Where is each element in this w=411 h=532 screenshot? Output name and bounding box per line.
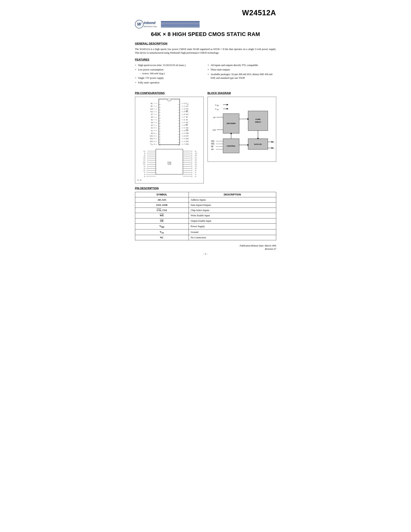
svg-text:A10: A10 bbox=[195, 153, 197, 154]
svg-text:·: · bbox=[220, 125, 221, 127]
svg-text:30: 30 bbox=[191, 155, 192, 156]
svg-text:10: 10 bbox=[146, 168, 148, 169]
table-row: OE Output Enable Input bbox=[135, 218, 276, 223]
pub-date: Publication Release Date: March 1999 bbox=[135, 244, 276, 247]
svg-text:A5: A5 bbox=[144, 176, 145, 177]
svg-text:IO8: IO8 bbox=[195, 155, 196, 156]
feature-item: Single +5V power supply bbox=[135, 76, 204, 80]
svg-text:12: 12 bbox=[146, 172, 148, 173]
pin-configurations: PIN CONFIGURATIONS bbox=[135, 88, 204, 183]
block-diagram: BLOCK DIAGRAM V DD V SS bbox=[207, 88, 276, 183]
svg-text:7: 7 bbox=[147, 162, 148, 163]
svg-text:A14: A14 bbox=[143, 164, 145, 165]
pin-desc: Address Inputs bbox=[188, 197, 276, 202]
svg-text:A0: A0 bbox=[195, 170, 196, 171]
block-diagram-title: BLOCK DIAGRAM bbox=[207, 91, 276, 95]
svg-text:26: 26 bbox=[191, 162, 192, 163]
svg-text:A15: A15 bbox=[143, 160, 145, 162]
pin-description: PIN DESCRIPTION SYMBOL DESCRIPTION A0–A1… bbox=[135, 187, 276, 240]
table-row: A0–A15 Address Inputs bbox=[135, 197, 276, 202]
svg-text:23: 23 bbox=[191, 168, 192, 169]
logo-area: W inbond Electronics Corp. bbox=[135, 20, 276, 28]
svg-text:WE: WE bbox=[211, 148, 214, 150]
svg-text:CS2: CS2 bbox=[211, 140, 214, 142]
features-col2: All inputs and outputs directly TTL comp… bbox=[207, 63, 276, 85]
svg-text:IO7: IO7 bbox=[195, 156, 196, 158]
pin-config-title: PIN CONFIGURATIONS bbox=[135, 91, 204, 95]
svg-text:CONTROL: CONTROL bbox=[227, 145, 236, 147]
model-number: W24512A bbox=[242, 8, 276, 18]
svg-text:WE: WE bbox=[143, 156, 145, 158]
logo-box: W inbond Electronics Corp. bbox=[135, 20, 157, 28]
pin-desc: No Connection bbox=[188, 235, 276, 240]
svg-text:·: · bbox=[220, 120, 221, 122]
block-diagram-box: V DD V SS A0 bbox=[207, 97, 276, 162]
general-desc-title: GENERAL DESCRIPTION bbox=[135, 42, 276, 46]
svg-text:25: 25 bbox=[191, 164, 192, 165]
page-number: - 1 - bbox=[135, 252, 276, 256]
svg-text:29: 29 bbox=[191, 156, 192, 158]
svg-text:CS2: CS2 bbox=[143, 158, 145, 160]
svg-text:A3: A3 bbox=[195, 176, 196, 177]
feature-item: Fully static operation bbox=[135, 81, 204, 85]
pin-symbol: WE bbox=[135, 213, 188, 218]
feature-item: Available packages: 32-pin 300 mil SOJ, … bbox=[207, 72, 276, 80]
svg-text:5: 5 bbox=[147, 158, 148, 160]
table-row: VSS Ground bbox=[135, 229, 276, 235]
col-description: DESCRIPTION bbox=[188, 192, 276, 197]
features-title: FEATURES bbox=[135, 58, 276, 62]
svg-text:32: 32 bbox=[191, 151, 192, 152]
svg-text:32-pin: 32-pin bbox=[167, 161, 171, 163]
svg-text:11: 11 bbox=[146, 170, 148, 171]
pin-desc: Power Supply bbox=[188, 223, 276, 229]
svg-text:IO4: IO4 bbox=[195, 162, 196, 163]
svg-text:I/O1: I/O1 bbox=[272, 141, 274, 143]
general-description: GENERAL DESCRIPTION The W24512A is a hig… bbox=[135, 42, 276, 55]
pin-desc: Data Inputs/Outputs bbox=[188, 203, 276, 208]
svg-text:DECODER: DECODER bbox=[226, 123, 236, 124]
header-top: W24512A bbox=[135, 8, 276, 18]
block-diagram-svg: V DD V SS A0 bbox=[210, 99, 274, 159]
svg-text:·: · bbox=[220, 123, 221, 125]
svg-text:4: 4 bbox=[147, 156, 148, 158]
svg-text:A0: A0 bbox=[213, 116, 215, 118]
svg-text:A8: A8 bbox=[144, 155, 145, 156]
svg-text:A11: A11 bbox=[143, 151, 145, 152]
table-row: WE Write Enable Input bbox=[135, 213, 276, 218]
logo-lines bbox=[161, 21, 200, 27]
svg-text:14: 14 bbox=[146, 176, 148, 177]
svg-text:27: 27 bbox=[191, 160, 192, 162]
svg-text:V DD: V DD bbox=[215, 104, 219, 106]
pin-desc: Output Enable Input bbox=[188, 218, 276, 223]
svg-text:20: 20 bbox=[191, 174, 192, 175]
svg-text:CS1: CS1 bbox=[211, 143, 214, 145]
pin-symbol: NC bbox=[135, 235, 188, 240]
feature-item: High speed access time: 15/20/25/35 nS (… bbox=[135, 63, 204, 67]
feature-item: Low power consumption: Active: 500 mW (t… bbox=[135, 68, 204, 75]
main-title: 64K × 8 HIGH SPEED CMOS STATIC RAM bbox=[135, 30, 276, 38]
svg-text:A6: A6 bbox=[144, 174, 145, 175]
general-desc-text: The W24512A is a high speed, low power C… bbox=[135, 47, 276, 55]
svg-text:A1: A1 bbox=[195, 172, 196, 173]
table-row: I/O1–I/O8 Data Inputs/Outputs bbox=[135, 203, 276, 208]
svg-text:A9: A9 bbox=[144, 153, 145, 154]
pin-desc-title: PIN DESCRIPTION bbox=[135, 187, 276, 190]
svg-text:I/O8: I/O8 bbox=[272, 147, 274, 149]
svg-text:28: 28 bbox=[191, 158, 192, 160]
svg-text:9: 9 bbox=[147, 166, 148, 167]
svg-text:ARRAY: ARRAY bbox=[255, 121, 261, 123]
pin-symbol: OE bbox=[135, 218, 188, 223]
pin-table: SYMBOL DESCRIPTION A0–A15 Address Inputs… bbox=[135, 192, 276, 240]
svg-text:A12: A12 bbox=[143, 170, 145, 171]
table-row: NC No Connection bbox=[135, 235, 276, 240]
col-symbol: SYMBOL bbox=[135, 192, 188, 197]
table-row: CS1, CS2 Chip Select Inputs bbox=[135, 208, 276, 213]
svg-text:1: 1 bbox=[147, 151, 148, 152]
pin-symbol: VSS bbox=[135, 229, 188, 235]
svg-text:NC: NC bbox=[144, 168, 145, 169]
svg-text:IO5: IO5 bbox=[195, 160, 196, 162]
svg-text:V SS: V SS bbox=[215, 108, 219, 110]
features-col1: High speed access time: 15/20/25/35 nS (… bbox=[135, 63, 204, 85]
svg-text:22: 22 bbox=[191, 170, 192, 171]
feature-item: Three-state outputs bbox=[207, 68, 276, 72]
